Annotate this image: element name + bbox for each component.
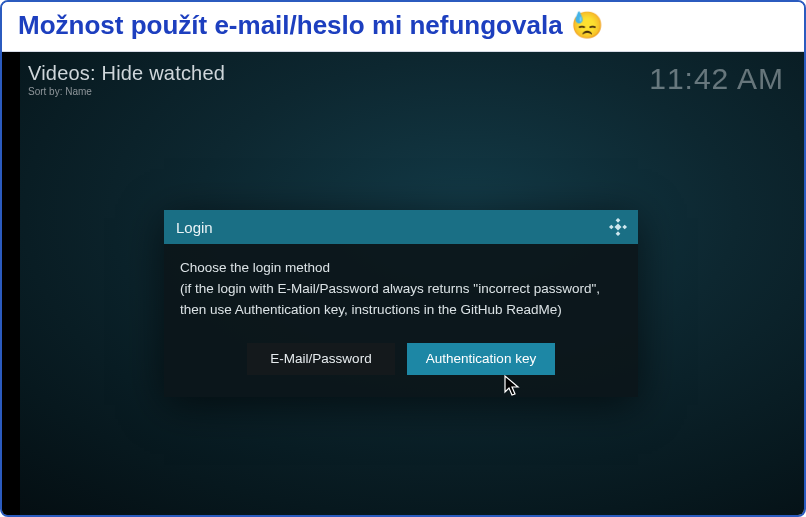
caption-bar: Možnost použít e-mail/heslo mi nefungova…: [2, 2, 804, 52]
dialog-buttons: E-Mail/Password Authentication key: [164, 329, 638, 397]
kodi-screenshot: Videos: Hide watched Sort by: Name 11:42…: [2, 52, 804, 515]
login-dialog: Login Choose the login method: [164, 210, 638, 397]
dialog-header: Login: [164, 210, 638, 244]
svg-rect-4: [614, 223, 621, 230]
kodi-logo-icon: [608, 217, 628, 237]
svg-rect-2: [622, 225, 627, 230]
left-bezel: [2, 52, 20, 515]
svg-rect-3: [616, 231, 621, 236]
annotated-frame: Možnost použít e-mail/heslo mi nefungova…: [0, 0, 806, 517]
caption-text: Možnost použít e-mail/heslo mi nefungova…: [18, 10, 563, 41]
dialog-body-line2: (if the login with E-Mail/Password alway…: [180, 279, 622, 321]
clock: 11:42 AM: [649, 62, 784, 96]
sort-label: Sort by: Name: [28, 86, 225, 97]
svg-rect-0: [616, 218, 621, 223]
dialog-body: Choose the login method (if the login wi…: [164, 244, 638, 329]
sad-sweat-emoji: 😓: [571, 10, 603, 41]
breadcrumb: Videos: Hide watched: [28, 62, 225, 85]
authentication-key-button[interactable]: Authentication key: [407, 343, 555, 375]
svg-rect-1: [609, 225, 614, 230]
email-password-button[interactable]: E-Mail/Password: [247, 343, 395, 375]
dialog-body-line1: Choose the login method: [180, 258, 622, 279]
top-left-info: Videos: Hide watched Sort by: Name: [28, 62, 225, 97]
dialog-title: Login: [176, 219, 213, 236]
